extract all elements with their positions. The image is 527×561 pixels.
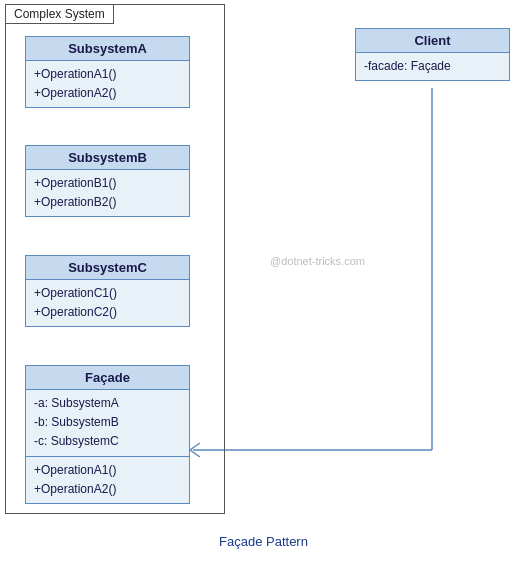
subsystem-a-method-2: +OperationA2() xyxy=(34,84,181,103)
facade-attr-1: -a: SubsystemA xyxy=(34,394,181,413)
facade-attr-3: -c: SubsystemC xyxy=(34,432,181,451)
facade-class: Façade -a: SubsystemA -b: SubsystemB -c:… xyxy=(25,365,190,504)
subsystem-a-body: +OperationA1() +OperationA2() xyxy=(26,61,189,107)
subsystem-b-method-1: +OperationB1() xyxy=(34,174,181,193)
facade-method-2: +OperationA2() xyxy=(34,480,181,499)
subsystem-a-header: SubsystemA xyxy=(26,37,189,61)
diagram-caption: Façade Pattern xyxy=(0,534,527,549)
subsystem-b-method-2: +OperationB2() xyxy=(34,193,181,212)
client-attr-1: -facade: Façade xyxy=(364,57,501,76)
subsystem-a-class: SubsystemA +OperationA1() +OperationA2() xyxy=(25,36,190,108)
subsystem-a-method-1: +OperationA1() xyxy=(34,65,181,84)
facade-method-1: +OperationA1() xyxy=(34,461,181,480)
watermark: @dotnet-tricks.com xyxy=(270,255,365,267)
diagram-container: Complex System SubsystemA +OperationA1()… xyxy=(0,0,527,561)
subsystem-b-class: SubsystemB +OperationB1() +OperationB2() xyxy=(25,145,190,217)
client-body: -facade: Façade xyxy=(356,53,509,80)
subsystem-c-body: +OperationC1() +OperationC2() xyxy=(26,280,189,326)
facade-attr-2: -b: SubsystemB xyxy=(34,413,181,432)
subsystem-c-header: SubsystemC xyxy=(26,256,189,280)
facade-attributes-body: -a: SubsystemA -b: SubsystemB -c: Subsys… xyxy=(26,390,189,456)
client-class: Client -facade: Façade xyxy=(355,28,510,81)
client-header: Client xyxy=(356,29,509,53)
facade-methods-body: +OperationA1() +OperationA2() xyxy=(26,456,189,503)
subsystem-b-body: +OperationB1() +OperationB2() xyxy=(26,170,189,216)
facade-header: Façade xyxy=(26,366,189,390)
subsystem-c-method-1: +OperationC1() xyxy=(34,284,181,303)
subsystem-c-method-2: +OperationC2() xyxy=(34,303,181,322)
subsystem-c-class: SubsystemC +OperationC1() +OperationC2() xyxy=(25,255,190,327)
complex-system-label: Complex System xyxy=(5,4,114,24)
subsystem-b-header: SubsystemB xyxy=(26,146,189,170)
